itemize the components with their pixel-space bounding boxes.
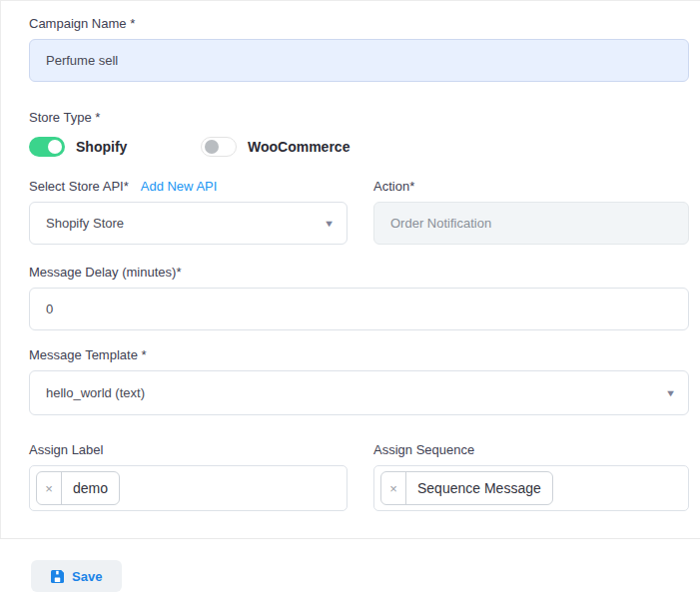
store-api-label: Select Store API*	[29, 179, 129, 194]
assign-label-group: Assign Label × demo	[29, 442, 348, 511]
campaign-form: Campaign Name * Store Type * Shopify Woo…	[0, 0, 700, 538]
assign-label-label: Assign Label	[29, 442, 348, 457]
assign-sequence-multiselect[interactable]: × Sequence Message	[373, 465, 689, 511]
message-template-label: Message Template *	[29, 347, 689, 362]
save-icon	[51, 570, 64, 583]
remove-tag-icon[interactable]: ×	[381, 472, 406, 504]
store-type-option-shopify: Shopify	[29, 137, 201, 157]
action-input	[373, 202, 689, 245]
campaign-name-label: Campaign Name *	[29, 16, 689, 31]
add-new-api-link[interactable]: Add New API	[141, 179, 218, 194]
shopify-toggle-label: Shopify	[76, 139, 127, 155]
message-delay-group: Message Delay (minutes)*	[29, 265, 689, 330]
chevron-down-icon: ▼	[665, 388, 676, 397]
shopify-toggle[interactable]	[29, 137, 65, 157]
message-template-selected-value: hello_world (text)	[46, 385, 145, 400]
tag-chip-label: demo	[62, 472, 119, 504]
message-template-group: Message Template * hello_world (text) ▼	[29, 347, 689, 415]
remove-tag-icon[interactable]: ×	[37, 472, 62, 504]
store-type-options: Shopify WooCommerce	[29, 137, 689, 157]
store-api-select[interactable]: Shopify Store ▼	[29, 202, 348, 245]
assign-row: Assign Label × demo Assign Sequence × Se…	[29, 442, 689, 511]
store-type-label: Store Type *	[29, 110, 689, 125]
assign-label-multiselect[interactable]: × demo	[29, 465, 348, 511]
toggle-knob	[205, 140, 219, 154]
message-template-select[interactable]: hello_world (text) ▼	[29, 370, 689, 415]
action-label: Action*	[373, 179, 689, 194]
tag-chip: × demo	[36, 471, 120, 505]
save-button-label: Save	[72, 569, 102, 584]
action-group: Action*	[373, 179, 689, 245]
store-type-group: Store Type * Shopify WooCommerce	[29, 110, 689, 157]
store-type-option-woocommerce: WooCommerce	[201, 137, 350, 157]
chevron-down-icon: ▼	[324, 219, 335, 228]
campaign-name-group: Campaign Name *	[29, 16, 689, 82]
save-button[interactable]: Save	[31, 560, 122, 592]
store-api-action-row: Select Store API* Add New API Shopify St…	[29, 179, 689, 245]
store-api-selected-value: Shopify Store	[46, 216, 124, 231]
woocommerce-toggle[interactable]	[201, 137, 237, 157]
store-api-group: Select Store API* Add New API Shopify St…	[29, 179, 348, 245]
toggle-knob	[48, 140, 62, 154]
assign-sequence-group: Assign Sequence × Sequence Message	[373, 442, 689, 511]
tag-chip-label: Sequence Message	[406, 472, 552, 504]
message-delay-label: Message Delay (minutes)*	[29, 265, 689, 280]
assign-sequence-label: Assign Sequence	[373, 442, 689, 457]
campaign-name-input[interactable]	[29, 39, 689, 82]
woocommerce-toggle-label: WooCommerce	[248, 139, 350, 155]
message-delay-input[interactable]	[29, 288, 689, 330]
tag-chip: × Sequence Message	[380, 471, 553, 505]
form-footer: Save	[0, 538, 700, 605]
